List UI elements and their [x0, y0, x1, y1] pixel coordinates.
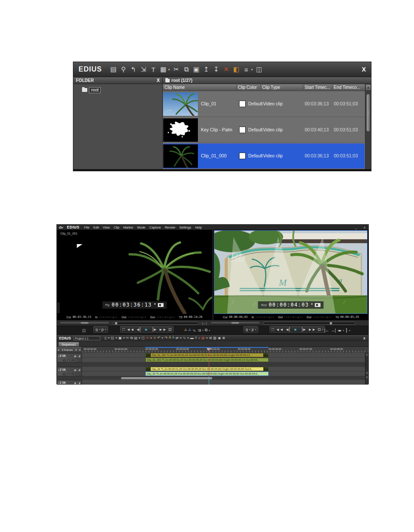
- ffwd-button[interactable]: ►►: [307, 327, 317, 332]
- mixer-icon[interactable]: ▥: [213, 336, 217, 340]
- clip-color-swatch[interactable]: [239, 101, 246, 107]
- loop-button[interactable]: ⊡: [317, 327, 322, 332]
- play-button[interactable]: ►: [293, 327, 299, 332]
- send-to-timeline-icon[interactable]: ↧: [212, 65, 221, 73]
- trim-roll-icon[interactable]: ◂▸: [337, 328, 342, 333]
- dropdown-caret-icon[interactable]: ▾: [105, 328, 107, 331]
- mark-in-icon[interactable]: q: [95, 327, 99, 332]
- shuttle-thumb[interactable]: [231, 322, 239, 324]
- scroll-up-icon[interactable]: ▲: [365, 84, 371, 91]
- rewind-button[interactable]: ◄◄: [125, 327, 135, 332]
- prev-frame-button[interactable]: ◄▏: [135, 327, 144, 332]
- deck-icon[interactable]: ◫: [81, 328, 87, 333]
- close-icon[interactable]: X: [362, 66, 366, 73]
- clip-color-swatch[interactable]: [239, 127, 246, 133]
- colorbars-icon[interactable]: ▦: [201, 336, 206, 340]
- export-icon[interactable]: ⧉: [204, 328, 208, 333]
- player-monitor[interactable]: Clip_01_001 Ply 00:03:36:13 * Cur00:03:3…: [57, 230, 214, 320]
- mode-icon[interactable]: ⇄: [175, 336, 179, 340]
- shuttle-thumb[interactable]: [81, 322, 89, 324]
- timeline-ruler[interactable]: 00:00:00;00 00:00:01;00 00:00:02;00 00:0…: [82, 347, 365, 352]
- prev-frame-button[interactable]: ◄▏: [284, 327, 293, 332]
- scrollbar-thumb[interactable]: [366, 94, 370, 132]
- marker-icon[interactable]: ▬: [190, 336, 194, 340]
- scroll-up-button[interactable]: [366, 353, 368, 356]
- resize-icon[interactable]: (↔): [202, 322, 207, 325]
- add-cut-point-icon[interactable]: ┻: [168, 336, 172, 340]
- dropdown-caret-icon[interactable]: ▾: [161, 336, 164, 340]
- menu-view[interactable]: View: [103, 225, 110, 229]
- title-icon[interactable]: T: [149, 66, 158, 73]
- tool-icon[interactable]: ∿: [182, 336, 187, 340]
- menu-settings[interactable]: Settings: [179, 225, 191, 229]
- track-lane[interactable]: [82, 380, 365, 385]
- track-expand-icon[interactable]: ▸: [58, 382, 59, 384]
- track-header-2va[interactable]: ▸ 2 VA ▣ ◨ ▫ ∿ ♪: [57, 367, 82, 376]
- delete-icon[interactable]: ✕: [145, 336, 150, 340]
- ffwd-button[interactable]: ►►: [158, 327, 168, 332]
- menu-mode[interactable]: Mode: [137, 225, 145, 229]
- position-thumb[interactable]: [115, 322, 118, 325]
- timeline-clip-audio-3va[interactable]: Clip_01_001 TL [In:00:00:01;29 Out:00:00…: [145, 358, 269, 362]
- clip-row[interactable]: Key Clip - Palm Default Video clip 00:03…: [163, 117, 365, 143]
- player-position-slider[interactable]: [113, 322, 199, 325]
- track-expand-icon[interactable]: ▸: [58, 369, 59, 371]
- close-icon[interactable]: x: [364, 225, 365, 229]
- menu-render[interactable]: Render: [165, 225, 176, 229]
- folder-tree-item-root[interactable]: root: [82, 87, 101, 93]
- scroll-down-button[interactable]: [366, 376, 368, 379]
- timescale-left-arrow-icon[interactable]: ◂: [58, 348, 59, 351]
- dropdown-caret-icon[interactable]: ▾: [167, 68, 171, 72]
- open-project-icon[interactable]: ◱: [110, 336, 115, 340]
- dropdown-caret-icon[interactable]: ▾: [348, 329, 351, 332]
- clip-row-selected[interactable]: Clip_01_000 Default Video clip 00:03:36;…: [163, 143, 365, 169]
- view-mode-icon[interactable]: ≡: [242, 66, 251, 73]
- next-frame-button[interactable]: ▕►: [299, 327, 307, 332]
- position-thumb[interactable]: [329, 322, 332, 325]
- overlay-display-button[interactable]: [315, 303, 321, 307]
- dropdown-caret-icon[interactable]: ▾: [208, 329, 210, 332]
- track-lock-icon[interactable]: ◨: [77, 368, 81, 371]
- clip-row[interactable]: Clip_01 Default Video clip 00:03:36;13 0…: [163, 91, 365, 117]
- mark-in-icon[interactable]: q: [245, 327, 249, 332]
- overlay-display-button[interactable]: [158, 303, 164, 307]
- menu-capture[interactable]: Capture: [149, 225, 161, 229]
- import-icon[interactable]: ⇲: [139, 65, 148, 73]
- trim-out-icon[interactable]: →[: [330, 328, 337, 333]
- recorder-monitor[interactable]: M a: [214, 230, 369, 320]
- dropdown-caret-icon[interactable]: ▾: [205, 336, 208, 340]
- track-sub-icon[interactable]: ▫: [62, 373, 66, 376]
- new-sequence-icon[interactable]: ▯: [104, 336, 107, 340]
- next-frame-button[interactable]: ▕►: [149, 327, 158, 332]
- timeline-clip-video-3va[interactable]: Clip_01_001 TL [In:00:00:01;29 Out:00:00…: [145, 353, 269, 357]
- menu-marker[interactable]: Marker: [123, 225, 133, 229]
- voiceover-icon[interactable]: ♪: [198, 336, 201, 340]
- close-icon[interactable]: x: [363, 336, 365, 340]
- clip-color-swatch[interactable]: [239, 153, 246, 159]
- track-expand-icon[interactable]: ▸: [58, 355, 59, 357]
- copy-icon[interactable]: ⧉: [182, 65, 191, 73]
- delete-icon[interactable]: ✕: [222, 65, 231, 73]
- timeline-clip-video-2va[interactable]: Clip_02 TL [In:00:00:01;29 Out:00:00:05;…: [145, 367, 269, 371]
- playhead-line[interactable]: [209, 352, 209, 385]
- player-shuttle-slider[interactable]: [59, 321, 110, 325]
- insert-to-timeline-icon[interactable]: ┷: [184, 328, 187, 333]
- undo-icon[interactable]: ↶: [157, 336, 161, 340]
- split-icon[interactable]: ◧: [232, 65, 241, 73]
- add-transition-icon[interactable]: ┻: [171, 336, 175, 340]
- timescale-right-arrow-icon[interactable]: ▸: [79, 348, 81, 351]
- stop-button[interactable]: □: [122, 327, 125, 332]
- mark-out-icon[interactable]: p: [101, 327, 105, 332]
- close-icon[interactable]: X: [157, 78, 160, 83]
- list-icon[interactable]: ≣: [221, 336, 226, 340]
- match-frame-icon[interactable]: ∿: [192, 328, 197, 333]
- audio-mute-icon[interactable]: ♪: [71, 373, 75, 376]
- column-clip-color[interactable]: Clip Color: [238, 85, 257, 90]
- recorder-position-slider[interactable]: [263, 322, 355, 325]
- dropdown-caret-icon[interactable]: ▾: [149, 336, 152, 340]
- stop-button[interactable]: □: [271, 327, 275, 332]
- play-button[interactable]: ►: [144, 327, 149, 332]
- cut-icon[interactable]: ✂: [125, 336, 130, 340]
- dropdown-caret-icon[interactable]: ▾: [250, 68, 254, 72]
- sort-icon[interactable]: ↥: [202, 65, 211, 73]
